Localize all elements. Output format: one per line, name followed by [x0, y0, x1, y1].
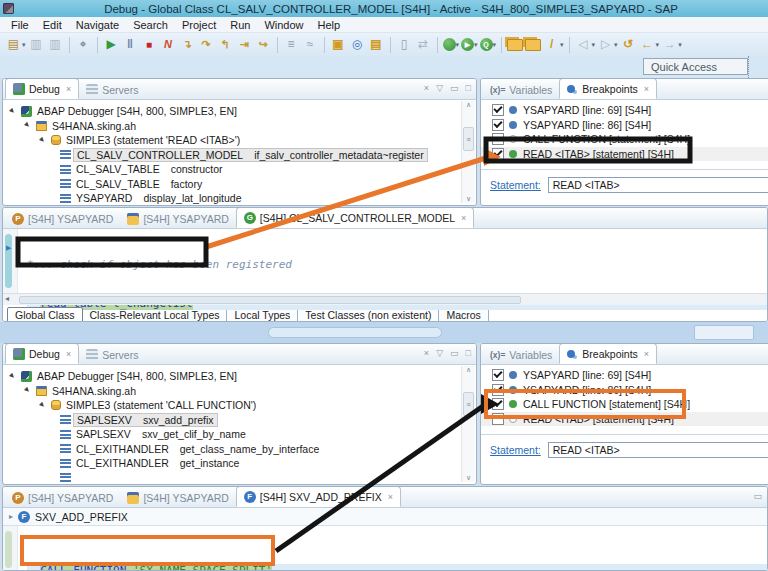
sash-divider[interactable]	[0, 322, 768, 343]
breakpoint-row[interactable]: YSAPYARD [line: 86] [S4H]	[481, 118, 768, 133]
scroll-down-icon[interactable]: ∨	[466, 474, 471, 482]
tree-item-system[interactable]: ▶ S4HANA.sking.ah	[3, 384, 476, 399]
disconnect-icon[interactable]: ×	[424, 83, 429, 93]
tab-breakpoints[interactable]: Breakpoints ×	[559, 78, 657, 99]
open-development-object-button[interactable]: ⌖	[75, 36, 92, 53]
jump-to-statement-button[interactable]: ↪	[255, 36, 272, 53]
dropdown-caret-icon[interactable]: ▾	[456, 41, 460, 49]
close-icon[interactable]: ×	[388, 492, 393, 502]
tab-servers[interactable]: Servers	[79, 345, 145, 364]
menu-item-search[interactable]: Search	[126, 19, 175, 31]
twistie-icon[interactable]: ▶	[39, 135, 50, 146]
back-button[interactable]: ←	[639, 36, 656, 53]
close-icon[interactable]: ×	[66, 84, 71, 94]
tab-debug[interactable]: Debug ×	[5, 78, 79, 99]
minimize-icon[interactable]: ▭	[753, 491, 762, 501]
new-wizard-button[interactable]: ▤	[5, 36, 22, 53]
terminate-button[interactable]: ■	[141, 36, 158, 53]
menu-item-file[interactable]: File	[4, 19, 36, 31]
link-with-editor-button[interactable]: ⇄	[415, 36, 432, 53]
maximize-icon[interactable]: □	[466, 83, 471, 93]
activate-button[interactable]: ▣	[330, 36, 347, 53]
editor-tab-ysapyard-2[interactable]: [S4H] YSAPYARD	[120, 488, 235, 507]
editor-tab-cl-salv-controller-model[interactable]: G [S4H] CL_SALV_CONTROLLER_MODEL ×	[236, 207, 475, 228]
previous-annotation-button[interactable]: ◁	[575, 36, 592, 53]
run-to-line-button[interactable]: ⇥	[236, 36, 253, 53]
dropdown-caret-icon[interactable]: ▾	[656, 41, 660, 49]
tree-item-system[interactable]: ▶ S4HANA.sking.ah	[3, 119, 476, 134]
run-button[interactable]: ▶	[461, 38, 474, 51]
close-icon[interactable]: ×	[66, 349, 71, 359]
breakpoint-checkbox[interactable]	[492, 369, 504, 381]
statement-input[interactable]	[548, 177, 768, 193]
menu-item-help[interactable]: Help	[311, 19, 348, 31]
step-over-button[interactable]: ↷	[198, 36, 215, 53]
scroll-down-icon[interactable]: ∨	[466, 195, 471, 203]
next-annotation-button[interactable]: ▷	[597, 36, 614, 53]
twistie-icon[interactable]: ▶	[39, 400, 50, 411]
code-editor[interactable]: ▶ *... check if object has been register…	[3, 229, 767, 293]
last-edit-location-button[interactable]: ↺	[620, 36, 637, 53]
dropdown-caret-icon[interactable]: ▾	[592, 41, 596, 49]
sash-handle[interactable]	[268, 327, 442, 338]
breakpoint-checkbox[interactable]	[492, 148, 504, 160]
twistie-icon[interactable]: ▶	[9, 106, 20, 117]
toggle-marks-button[interactable]: ≡	[283, 36, 300, 53]
scrollbar-thumb[interactable]	[19, 296, 521, 304]
breakpoint-row[interactable]: CALL FUNCTION [statement] [S4H]	[481, 132, 768, 147]
suspend-button[interactable]: ‖	[122, 36, 139, 53]
tab-global-class[interactable]: Global Class	[7, 307, 83, 323]
tree-item-session[interactable]: ▶ SIMPLE3 (statement 'READ <ITAB>')	[3, 133, 476, 148]
toggle-block-button[interactable]: ≈	[302, 36, 319, 53]
close-icon[interactable]: ×	[644, 349, 649, 359]
resume-button[interactable]: ▶	[103, 36, 120, 53]
vertical-scrollbar[interactable]: ∧ ≡ ∨	[461, 101, 475, 203]
minimize-icon[interactable]: ▭	[450, 83, 459, 93]
menu-item-window[interactable]: Window	[257, 19, 310, 31]
debug-button[interactable]	[443, 38, 456, 51]
editor-tab-sxv-add-prefix[interactable]: F [S4H] SXV_ADD_PREFIX ×	[236, 486, 401, 507]
open-folder-button[interactable]	[525, 39, 541, 51]
dropdown-caret-icon[interactable]: ▾	[560, 41, 564, 49]
step-return-button[interactable]: ↰	[217, 36, 234, 53]
tree-item-session[interactable]: ▶ SIMPLE3 (statement 'CALL FUNCTION')	[3, 398, 476, 413]
scrollbar-thumb[interactable]: ≡	[463, 127, 474, 151]
menu-item-navigate[interactable]: Navigate	[69, 19, 126, 31]
breakpoint-row-call-function[interactable]: CALL FUNCTION [statement] [S4H]	[481, 397, 768, 412]
dropdown-caret-icon[interactable]: ▾	[22, 41, 26, 49]
profile-button[interactable]: Q	[480, 38, 493, 51]
step-filters-button[interactable]: N	[160, 36, 177, 53]
editor-tab-ysapyard-1[interactable]: P [S4H] YSAPYARD	[5, 209, 120, 228]
menu-item-run[interactable]: Run	[223, 19, 257, 31]
open-resource-button[interactable]	[507, 39, 523, 51]
statement-input[interactable]	[548, 442, 768, 458]
stack-frame-row[interactable]: CL_EXITHANDLER get_instance	[3, 456, 476, 471]
clipboard-button[interactable]: ▯	[396, 36, 413, 53]
breakpoint-checkbox[interactable]	[492, 104, 504, 116]
vertical-scrollbar[interactable]: ∧ ≡ ∨	[461, 366, 475, 482]
breakpoint-row[interactable]: READ <ITAB> [statement] [S4H]	[481, 412, 768, 427]
dropdown-caret-icon[interactable]: ▾	[614, 41, 618, 49]
scroll-up-icon[interactable]: ∧	[466, 366, 471, 374]
twistie-icon[interactable]: ▶	[24, 385, 35, 396]
breakpoint-checkbox[interactable]	[492, 119, 504, 131]
transport-organizer-button[interactable]: ▤	[368, 36, 385, 53]
minimize-icon[interactable]: ▭	[450, 348, 459, 358]
stack-frame-row[interactable]: CL_SALV_TABLE factory	[3, 177, 476, 192]
stack-frame-row[interactable]: SAPLSEXV sxv_add_prefix	[3, 413, 476, 428]
breakpoint-checkbox[interactable]	[492, 398, 504, 410]
tree-item-abap-debugger[interactable]: ▶ ABAP Debugger [S4H, 800, SIMPLE3, EN]	[3, 369, 476, 384]
statement-link[interactable]: Statement:	[490, 444, 541, 456]
breakpoint-row-read-itab[interactable]: READ <ITAB> [statement] [S4H]	[481, 147, 768, 162]
breakpoint-checkbox[interactable]	[492, 133, 504, 145]
stack-frame-row[interactable]: CL_SALV_CONTROLLER_MODEL if_salv_control…	[3, 148, 476, 163]
close-icon[interactable]: ×	[461, 213, 466, 223]
menu-item-project[interactable]: Project	[175, 19, 223, 31]
code-editor[interactable]: CALL FUNCTION 'SX_NAME_SPACE_SPLIT' EXPO…	[3, 526, 767, 571]
tab-breakpoints[interactable]: Breakpoints ×	[559, 343, 657, 364]
save-all-button[interactable]: ▥	[47, 36, 64, 53]
editor-breadcrumb[interactable]: ▸ F SXV_ADD_PREFIX	[3, 508, 767, 526]
editor-tab-ysapyard-1[interactable]: P [S4H] YSAPYARD	[5, 488, 120, 507]
scroll-up-icon[interactable]: ∧	[466, 101, 471, 109]
tab-debug[interactable]: Debug ×	[5, 343, 79, 364]
